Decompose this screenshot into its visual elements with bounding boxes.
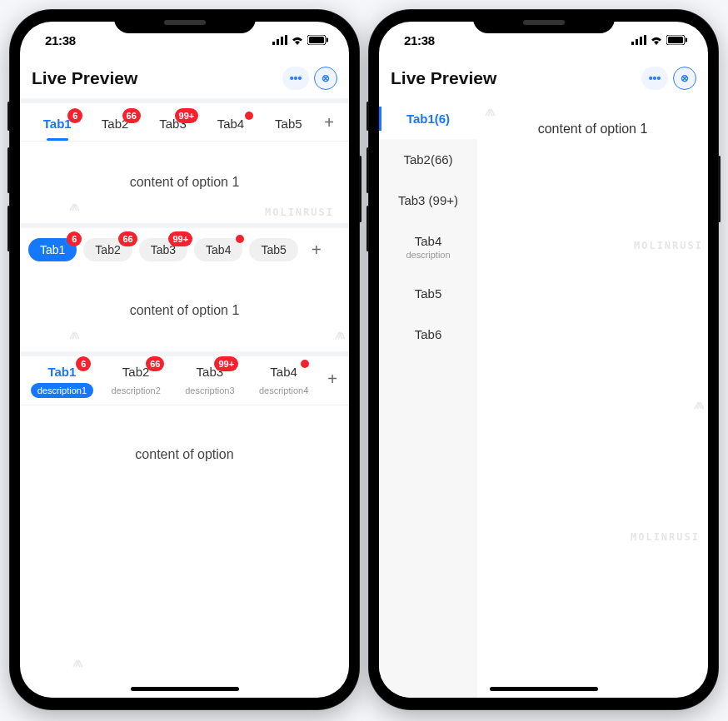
tab-content: content of option 1 ⩕ MOLINRUSI [20, 142, 349, 223]
wifi-icon [291, 35, 304, 45]
tab-2[interactable]: Tab266 [86, 110, 143, 141]
badge: 66 [122, 108, 141, 123]
status-bar: 21:38 [20, 22, 349, 58]
signal-icon [272, 35, 287, 45]
status-time: 21:38 [404, 33, 435, 47]
pill-1[interactable]: Tab16 [28, 238, 77, 261]
svg-rect-8 [636, 39, 638, 45]
tab-5[interactable]: Tab5 [260, 110, 317, 141]
home-indicator [490, 687, 598, 691]
page-title: Live Preview [391, 68, 496, 88]
vert-tab-2[interactable]: Tab2(66) [379, 139, 477, 180]
tab-content: content of option 1 ⩕ ⩕ [20, 270, 349, 351]
svg-rect-1 [277, 39, 279, 45]
svg-rect-3 [285, 35, 287, 45]
badge: 6 [76, 356, 91, 371]
svg-rect-7 [631, 42, 634, 45]
svg-rect-0 [272, 42, 275, 45]
wifi-icon [650, 35, 663, 45]
badge-dot [301, 360, 309, 368]
home-indicator [131, 687, 239, 691]
tabs-pills: Tab16 Tab266 Tab399+ Tab4 Tab5 + [20, 228, 349, 270]
battery-icon [307, 35, 329, 45]
watermark-icon: ⩕ [72, 656, 83, 669]
page-title: Live Preview [32, 68, 137, 88]
desc-tab-1[interactable]: Tab16 description1 [25, 365, 99, 398]
vertical-tab-content: content of option 1 ⩕ MOLINRUSI ⩕ MOLINR… [477, 98, 708, 698]
phone-frame-right: 21:38 Live Preview ••• ⊗ Tab1(6) Tab2(66… [369, 10, 718, 709]
close-button[interactable]: ⊗ [314, 67, 337, 90]
watermark-text: MOLINRUSI [631, 531, 700, 543]
badge: 6 [67, 231, 82, 246]
vert-tab-6[interactable]: Tab6 [379, 314, 477, 355]
svg-rect-10 [644, 35, 646, 45]
pill-2[interactable]: Tab266 [83, 238, 132, 261]
tabs-with-desc: Tab16 description1 Tab266 description2 T… [20, 356, 349, 405]
svg-rect-5 [309, 37, 324, 43]
more-button[interactable]: ••• [641, 67, 668, 90]
badge-dot [245, 112, 253, 120]
tab-4[interactable]: Tab4 [202, 110, 259, 141]
watermark-icon: ⩕ [484, 105, 496, 118]
badge: 66 [118, 231, 137, 246]
badge: 99+ [175, 108, 199, 123]
pill-5[interactable]: Tab5 [249, 238, 297, 261]
pill-3[interactable]: Tab399+ [139, 238, 187, 261]
tab-content: content of option [20, 405, 349, 504]
svg-rect-2 [281, 37, 283, 45]
battery-icon [666, 35, 688, 45]
tabs-line: Tab16 Tab266 Tab399+ Tab4 Tab5 + [20, 103, 349, 142]
vertical-tabs: Tab1(6) Tab2(66) Tab3 (99+) Tab4descript… [379, 98, 477, 698]
tab-3[interactable]: Tab399+ [144, 110, 202, 141]
vert-tab-5[interactable]: Tab5 [379, 273, 477, 314]
add-tab-button[interactable]: + [321, 370, 344, 394]
signal-icon [631, 35, 646, 45]
add-tab-button[interactable]: + [305, 241, 328, 260]
more-button[interactable]: ••• [282, 67, 309, 90]
pill-4[interactable]: Tab4 [194, 238, 242, 261]
status-bar: 21:38 [379, 22, 708, 58]
svg-rect-13 [686, 38, 687, 42]
watermark-text: MOLINRUSI [634, 240, 703, 251]
vert-tab-4[interactable]: Tab4description [379, 221, 477, 273]
svg-rect-9 [640, 37, 642, 45]
svg-rect-6 [327, 38, 328, 42]
badge: 99+ [168, 231, 192, 246]
desc-tab-3[interactable]: Tab399+ description3 [173, 365, 247, 398]
watermark-icon: ⩕ [334, 328, 346, 341]
badge-dot [236, 235, 244, 243]
badge: 99+ [214, 356, 238, 371]
add-tab-button[interactable]: + [317, 113, 341, 137]
status-time: 21:38 [45, 33, 76, 47]
phone-frame-left: 21:38 Live Preview ••• ⊗ Tab16 Tab266 Ta… [10, 10, 359, 709]
svg-rect-12 [668, 37, 683, 43]
watermark-icon: ⩕ [68, 200, 80, 213]
watermark-icon: ⩕ [68, 328, 80, 341]
desc-tab-4[interactable]: Tab4 description4 [247, 365, 321, 398]
tab-1[interactable]: Tab16 [28, 110, 86, 141]
badge: 6 [67, 108, 82, 123]
app-header: Live Preview ••• ⊗ [379, 58, 708, 98]
desc-tab-2[interactable]: Tab266 description2 [99, 365, 173, 398]
vert-tab-1[interactable]: Tab1(6) [379, 98, 477, 139]
badge: 66 [146, 356, 164, 371]
vert-tab-3[interactable]: Tab3 (99+) [379, 180, 477, 221]
close-button[interactable]: ⊗ [673, 67, 696, 90]
watermark-text: MOLINRUSI [265, 206, 334, 218]
app-header: Live Preview ••• ⊗ [20, 58, 349, 98]
watermark-icon: ⩕ [693, 398, 705, 411]
